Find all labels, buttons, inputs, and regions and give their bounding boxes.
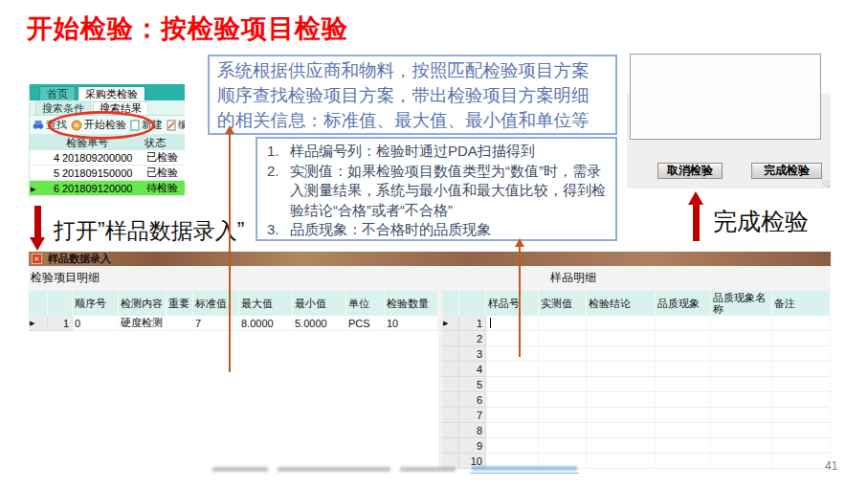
sample-cell[interactable] [587,362,656,377]
sample-cell[interactable] [711,392,772,408]
note-item: 3. 品质现象：不合格时的品质现象 [267,220,610,240]
edit-button[interactable]: 编 [167,118,185,132]
resize-grip[interactable] [822,180,830,188]
sample-cell[interactable] [587,346,656,362]
sample-cell[interactable] [486,408,539,423]
page-number: 41 [825,459,837,473]
sample-cell[interactable] [656,377,711,392]
sample-cell[interactable] [656,438,711,454]
sample-cell[interactable] [587,316,656,331]
row-number: 5 [459,377,486,392]
sample-cell[interactable] [772,408,831,423]
sample-cell[interactable] [772,362,831,377]
sample-cell[interactable] [711,331,772,346]
sample-row[interactable]: 8 [442,423,831,438]
sample-cell[interactable] [711,438,772,454]
sample-cell[interactable] [656,346,711,362]
sample-cell[interactable] [772,438,831,454]
sample-cell[interactable] [772,454,831,469]
connector-arrow-icon [229,133,231,372]
cancel-inspection-button[interactable]: 取消检验 [657,163,723,179]
sample-cell[interactable] [711,423,772,438]
sample-row[interactable]: 6 [442,392,831,408]
sample-cell[interactable] [539,392,587,408]
finish-inspection-label: 完成检验 [713,206,809,237]
sample-row[interactable]: 5 [442,377,831,392]
finish-inspection-button[interactable]: 完成检验 [751,163,822,179]
sample-cell[interactable] [587,331,656,346]
note-text: 品质现象：不合格时的品质现象 [290,220,610,240]
sample-cell[interactable] [772,331,831,346]
sample-cell[interactable] [711,316,772,331]
tab-purchase-inspection[interactable]: 采购类检验 [78,86,145,100]
sample-cell[interactable] [539,438,587,454]
status-cell: 已检验 [146,150,185,165]
tab-home[interactable]: 首页 [39,86,76,100]
sample-cell[interactable] [587,392,656,408]
sample-cell[interactable] [539,316,587,331]
table-row-selected[interactable]: ▶ 6 201809120000 待检验 [30,181,185,196]
column-header: 品质现象 [656,291,711,316]
edit-document-icon [167,120,176,131]
item-detail-row[interactable]: ▶ 1 0 硬度检测 7 8.0000 5.0000 PCS 10 [29,316,438,331]
unit-cell: PCS [346,316,385,331]
standard-cell: 7 [193,316,239,331]
callout-line: 顺序查找检验项目方案，带出检验项目方案明细 [217,83,608,108]
sample-row[interactable]: 7 [442,408,831,423]
sample-cell[interactable] [486,377,539,392]
up-arrow-icon [688,191,705,241]
sample-row[interactable]: 4 [442,362,831,377]
sample-cell[interactable] [711,362,772,377]
sample-cell[interactable] [486,316,539,331]
sample-cell[interactable] [772,316,831,331]
sample-cell[interactable] [656,423,711,438]
window-titlebar[interactable]: ✕ 样品数据录入 [29,252,831,266]
sample-cell[interactable] [772,423,831,438]
highlight-ellipse [48,111,155,140]
sample-cell[interactable] [539,408,587,423]
row-marker-empty [442,377,459,392]
table-row[interactable]: 5 201809150000 已检验 [30,166,185,181]
sample-cell[interactable] [587,408,656,423]
sample-cell[interactable] [711,408,772,423]
row-number: 5 [30,167,62,179]
sample-cell[interactable] [656,362,711,377]
sample-cell[interactable] [587,438,656,454]
sample-cell[interactable] [711,346,772,362]
note-number: 2. [267,162,290,221]
sample-cell[interactable] [539,346,587,362]
sample-cell[interactable] [486,362,539,377]
sample-cell[interactable] [539,362,587,377]
sample-cell[interactable] [772,377,831,392]
sample-cell[interactable] [486,346,539,362]
sample-cell[interactable] [587,454,656,469]
sample-cell[interactable] [772,346,831,362]
sample-cell[interactable] [539,331,587,346]
sample-cell[interactable] [486,392,539,408]
sample-row[interactable]: 9 [442,438,831,454]
sample-cell[interactable] [656,408,711,423]
sample-cell[interactable] [772,392,831,408]
sample-cell[interactable] [539,377,587,392]
sample-data-entry-window: ✕ 样品数据录入 检验项目明细 样品明细 顺序号 检测内容 重要 标准值 最大值… [29,252,831,469]
sample-cell[interactable] [539,423,587,438]
table-row[interactable]: 4 201809200000 已检验 [30,150,185,166]
row-number: 1 [48,316,73,331]
sample-row[interactable]: ▶1 [442,316,831,331]
sample-cell[interactable] [587,377,656,392]
sample-cell[interactable] [486,423,539,438]
sample-cell[interactable] [656,331,711,346]
sample-cell[interactable] [711,377,772,392]
sample-cell[interactable] [486,438,539,454]
sample-cell[interactable] [587,423,656,438]
sample-cell[interactable] [656,316,711,331]
sample-cell[interactable] [656,392,711,408]
sample-row[interactable]: 2 [442,331,831,346]
sample-cell[interactable] [656,454,711,469]
text-cursor [490,318,491,328]
sample-cell[interactable] [486,331,539,346]
sample-cell[interactable] [711,454,772,469]
column-header: 顺序号 [73,291,119,316]
column-header: 标准值 [193,291,239,316]
sample-row[interactable]: 3 [442,346,831,362]
